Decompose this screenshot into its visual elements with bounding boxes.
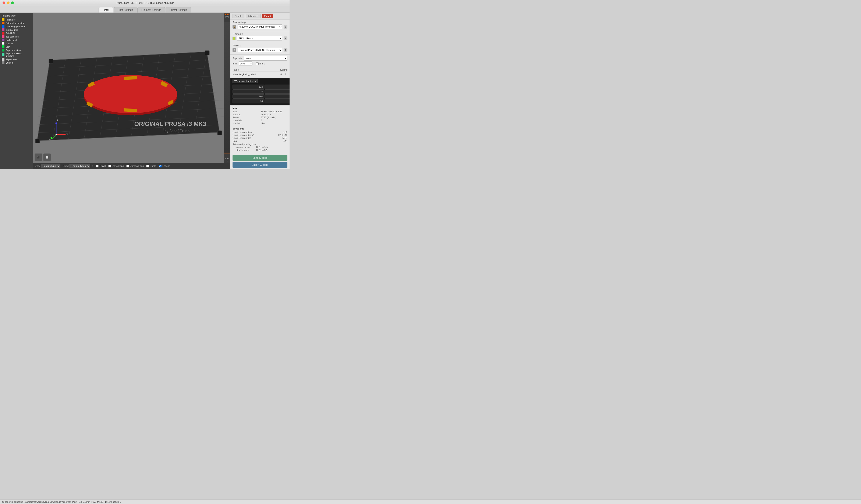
world-coords-select[interactable]: World coordinates: [233, 79, 258, 83]
legend-checkbox[interactable]: [159, 165, 162, 167]
legend-label-top-solid: Top solid infill: [6, 36, 19, 38]
shells-checkbox[interactable]: [146, 165, 149, 167]
travel-label: Travel: [99, 165, 106, 167]
brim-checkbox[interactable]: [256, 62, 259, 65]
tab-plater[interactable]: Plater: [98, 7, 113, 13]
show-select[interactable]: Feature types: [69, 164, 90, 168]
legend-label-perimeter: Perimeter: [6, 18, 15, 21]
coord-x-rot[interactable]: [233, 90, 264, 94]
ortho-view-button[interactable]: ⬜: [43, 153, 51, 161]
tab-printer-settings[interactable]: Printer Settings: [166, 7, 191, 13]
coord-grid-scale: [233, 94, 289, 98]
world-coords-section: World coordinates 🔒: [230, 78, 289, 106]
manifold-value: Yes: [261, 122, 288, 125]
coord-y-pos[interactable]: [264, 84, 289, 89]
legend-item-overhang: Overhang perimeter: [2, 25, 31, 28]
maximize-button[interactable]: [11, 1, 14, 4]
print-settings-lock-icon[interactable]: 🔒: [233, 25, 236, 29]
legend-item-top-solid: Top solid infill: [2, 35, 31, 38]
minimize-button[interactable]: [7, 1, 10, 4]
coord-y-rot[interactable]: [264, 90, 289, 94]
legend-color-internal-infill: [2, 28, 4, 31]
legend-item-gap: Gap fill: [2, 42, 31, 45]
coord-y-scale[interactable]: [264, 94, 289, 98]
coord-x-scale[interactable]: [233, 94, 264, 98]
retractions-item: Retractions: [108, 165, 124, 167]
filament-mm3-value: 14165.49: [278, 134, 287, 136]
printer-gear-icon[interactable]: ⚙: [284, 48, 287, 52]
coord-x-size[interactable]: [233, 99, 264, 104]
tabbar: Plater Print Settings Filament Settings …: [0, 6, 289, 13]
tab-print-settings[interactable]: Print Settings: [114, 7, 137, 13]
shells-item: Shells: [146, 165, 156, 167]
filament-select[interactable]: SUNLU Black: [237, 36, 282, 41]
sliced-section: Sliced Info Used Filament (m) 5.89 Used …: [230, 126, 289, 153]
clip-top: [124, 76, 137, 80]
est-print-time-label: Estimated printing time :: [233, 143, 287, 146]
expert-mode-button[interactable]: Expert: [262, 14, 273, 18]
legend-color-ext-perimeter: [2, 22, 4, 24]
unretractions-item: Unretractions: [126, 165, 144, 167]
bottom-toolbar: View Feature type Show Feature types ▼ T…: [33, 163, 230, 169]
send-gcode-button[interactable]: Send G-code: [233, 155, 287, 161]
infill-select[interactable]: 15%: [239, 62, 252, 66]
retractions-checkbox[interactable]: [108, 165, 111, 167]
svg-text:X: X: [66, 133, 68, 136]
filament-section: Filament : SUNLU Black ⚙: [230, 31, 289, 43]
legend-item-ext-perimeter: External perimeter: [2, 22, 31, 24]
tab-filament-settings[interactable]: Filament Settings: [137, 7, 165, 13]
perspective-view-button[interactable]: ⬛: [35, 153, 42, 161]
print-settings-section: Print settings : 🔒 0.20mm QUALITY MK3 (m…: [230, 20, 289, 31]
file-edit-button[interactable]: ✎: [284, 73, 287, 76]
filament-g-value: 17.57: [282, 137, 287, 139]
ruler-bottom-sub: (1): [225, 160, 229, 162]
legend-label-internal-infill: Internal infill: [6, 29, 17, 31]
show-label: Show: [63, 165, 69, 167]
printer-select[interactable]: Original Prusa i3 MK3S - OctoPrint: [237, 48, 282, 52]
legend-label-support-interface: Support material interface: [6, 52, 31, 57]
filament-label: Filament :: [233, 33, 287, 35]
window-controls[interactable]: [2, 1, 14, 4]
viewport[interactable]: 8.20 (41) 0.20 (1): [33, 13, 230, 169]
view-select[interactable]: Feature type: [41, 164, 60, 168]
legend-color-gap: [2, 42, 4, 45]
coord-x-pos[interactable]: [233, 84, 264, 89]
export-gcode-button[interactable]: Export G-code: [233, 162, 287, 168]
unretractions-checkbox[interactable]: [126, 165, 129, 167]
legend-label-bridge: Bridge infill: [6, 39, 16, 41]
legend-item-support: Support material: [2, 49, 31, 52]
view-buttons[interactable]: ⬛ ⬜: [35, 153, 51, 161]
print-settings-select[interactable]: 0.20mm QUALITY MK3 (modified): [237, 24, 282, 29]
printer-icon[interactable]: 🖨: [233, 48, 236, 52]
legend-label-overhang: Overhang perimeter: [6, 25, 25, 28]
filament-mm3-label: Used Filament (mm³): [233, 134, 254, 136]
clip-bottom: [124, 108, 137, 112]
layer-indicator-top[interactable]: [224, 14, 230, 14]
supports-label: Supports:: [233, 57, 243, 59]
travel-checkbox[interactable]: [96, 165, 98, 167]
coord-y-size[interactable]: [264, 99, 289, 104]
filament-color-dot[interactable]: [233, 37, 235, 40]
legend-color-overhang: [2, 25, 4, 28]
travel-item: Travel: [96, 165, 106, 167]
info-title: Info: [233, 107, 287, 109]
svg-text:Z: Z: [57, 119, 58, 122]
print-settings-gear-icon[interactable]: ⚙: [284, 25, 287, 29]
info-grid: Size: 94.00 x 94.00 x 8.25 Volume: 14353…: [233, 110, 287, 125]
file-visible-button[interactable]: 👁: [280, 73, 283, 76]
filament-mm3-row: Used Filament (mm³) 14165.49: [233, 134, 287, 136]
advanced-mode-button[interactable]: Advanced: [246, 14, 261, 18]
filament-gear-icon[interactable]: ⚙: [284, 37, 287, 40]
info-section: Info Size: 94.00 x 94.00 x 8.25 Volume: …: [230, 106, 289, 126]
filament-g-label: Used Filament (g): [233, 137, 251, 139]
close-button[interactable]: [2, 1, 5, 4]
svg-point-27: [56, 134, 57, 135]
bottom-buttons: Send G-code Export G-code: [230, 154, 289, 169]
volume-label: Volume:: [233, 113, 259, 116]
layer-slider[interactable]: 8.20 (41) 0.20 (1): [224, 13, 230, 163]
simple-mode-button[interactable]: Simple: [233, 14, 244, 18]
legend-item-solid-infill: Solid infill: [2, 32, 31, 35]
prusa-text-2: by Josef Prusa: [164, 129, 190, 133]
scene-area[interactable]: ORIGINAL PRUSA i3 MK3 by Josef Prusa: [33, 13, 224, 163]
supports-select[interactable]: None: [244, 56, 287, 60]
